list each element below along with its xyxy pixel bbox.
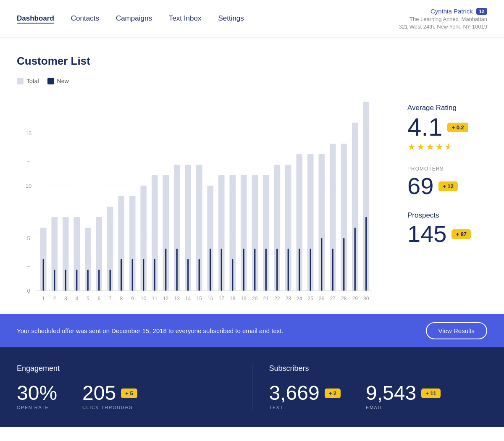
user-name: Cynthia Patrick: [430, 8, 473, 15]
svg-rect-18: [76, 270, 77, 291]
svg-text:26: 26: [319, 296, 325, 301]
svg-text:2: 2: [53, 296, 56, 301]
avg-rating-change: + 0.2: [447, 123, 468, 132]
nav-settings[interactable]: Settings: [218, 14, 244, 24]
text-value: 3,669: [269, 383, 320, 403]
subscribers-title: Subscribers: [269, 364, 488, 373]
svg-text:29: 29: [352, 296, 358, 301]
svg-rect-58: [299, 249, 300, 291]
email-label: EMAIL: [366, 405, 441, 410]
subscribers-section: Subscribers 3,669 + 2 TEXT 9,543 + 11 EM…: [252, 364, 488, 410]
click-change: + 5: [121, 388, 137, 398]
svg-rect-32: [154, 259, 155, 291]
svg-rect-52: [265, 249, 267, 291]
svg-text:0: 0: [27, 288, 30, 294]
bar-chart: 0 5 10 15 – – – 123456789101112131415161…: [17, 91, 378, 301]
svg-text:16: 16: [207, 296, 213, 301]
email-change: + 11: [421, 388, 441, 398]
svg-text:21: 21: [263, 296, 269, 301]
user-address: 321 West 24th, New York, NY 10019: [399, 24, 487, 30]
svg-text:19: 19: [241, 296, 247, 301]
chart-title: Customer List: [17, 55, 487, 68]
svg-rect-34: [165, 249, 166, 291]
email-metric: 9,543 + 11 EMAIL: [366, 383, 441, 410]
svg-text:20: 20: [252, 296, 258, 301]
svg-text:6: 6: [97, 296, 100, 301]
svg-text:12: 12: [163, 296, 169, 301]
avg-rating-label: Average Rating: [407, 104, 487, 112]
avg-rating-value: 4.1: [407, 115, 442, 140]
nav-dashboard[interactable]: Dashboard: [17, 14, 54, 24]
svg-rect-20: [87, 270, 89, 291]
svg-text:14: 14: [185, 296, 191, 301]
svg-rect-66: [343, 238, 344, 291]
subscribers-metrics: 3,669 + 2 TEXT 9,543 + 11 EMAIL: [269, 383, 488, 410]
svg-rect-38: [187, 259, 189, 291]
main-content: Customer List Total New 0 5 10 15: [0, 38, 504, 314]
click-metric: 205 + 5 CLICK-THROUGHS: [82, 383, 137, 410]
nav-user: Cynthia Patrick 12 The Learning Annex, M…: [399, 8, 487, 30]
svg-text:10: 10: [141, 296, 147, 301]
stats-panel: Average Rating 4.1 + 0.2 ★★★★★★ PROMOTER…: [395, 91, 487, 301]
svg-text:13: 13: [174, 296, 180, 301]
legend-new-box: [47, 78, 54, 84]
promoters-label: PROMOTERS: [407, 166, 487, 172]
user-org: The Learning Annex, Manhattan: [399, 16, 487, 22]
prospects-block: Prospects 145 + 87: [407, 211, 487, 246]
svg-text:7: 7: [109, 296, 112, 301]
svg-text:27: 27: [330, 296, 336, 301]
svg-rect-40: [199, 259, 200, 291]
svg-text:8: 8: [120, 296, 123, 301]
nav: Dashboard Contacts Campaigns Text Inbox …: [0, 0, 504, 38]
svg-rect-54: [276, 249, 278, 291]
chart-container: 0 5 10 15 – – – 123456789101112131415161…: [17, 91, 395, 301]
svg-rect-70: [365, 217, 367, 291]
svg-text:30: 30: [363, 296, 369, 301]
text-label: TEXT: [269, 405, 341, 410]
text-metric: 3,669 + 2 TEXT: [269, 383, 341, 410]
svg-text:–: –: [27, 263, 30, 268]
svg-rect-46: [232, 259, 233, 291]
engagement-section: Engagement 30% OPEN RATE 205 + 5 CLICK-T…: [17, 364, 252, 410]
svg-rect-50: [254, 249, 255, 291]
nav-contacts[interactable]: Contacts: [71, 14, 99, 24]
notification-banner: Your scheduled offer was sent on Decembe…: [0, 314, 504, 347]
nav-campaigns[interactable]: Campaigns: [116, 14, 152, 24]
legend-total-box: [17, 78, 24, 84]
svg-rect-64: [332, 249, 333, 291]
svg-rect-12: [43, 259, 44, 291]
email-row: 9,543 + 11: [366, 383, 441, 403]
open-rate-metric: 30% OPEN RATE: [17, 383, 57, 410]
nav-links: Dashboard Contacts Campaigns Text Inbox …: [17, 14, 244, 24]
email-value: 9,543: [366, 383, 416, 403]
svg-text:10: 10: [26, 183, 32, 189]
click-row: 205 + 5: [82, 383, 137, 403]
promoters-block: PROMOTERS 69 + 12: [407, 166, 487, 198]
legend-total-label: Total: [26, 78, 39, 84]
svg-rect-42: [210, 249, 211, 291]
svg-rect-62: [321, 238, 322, 291]
svg-rect-22: [98, 270, 100, 291]
svg-rect-48: [243, 249, 244, 291]
promoters-value: 69: [407, 174, 433, 198]
user-badge: 12: [476, 8, 487, 15]
nav-text-inbox[interactable]: Text Inbox: [169, 14, 202, 24]
engagement-title: Engagement: [17, 364, 235, 373]
stars: ★★★★★★: [407, 142, 487, 152]
svg-text:15: 15: [197, 296, 202, 301]
svg-text:15: 15: [26, 130, 32, 136]
svg-text:3: 3: [64, 296, 67, 301]
svg-text:22: 22: [274, 296, 280, 301]
legend-new: New: [47, 78, 69, 84]
prospects-change: + 87: [452, 229, 471, 239]
svg-text:18: 18: [230, 296, 236, 301]
svg-text:–: –: [27, 158, 30, 163]
svg-text:4: 4: [75, 296, 78, 301]
svg-rect-30: [143, 259, 144, 291]
avg-rating-block: Average Rating 4.1 + 0.2 ★★★★★★: [407, 104, 487, 152]
legend-total: Total: [17, 78, 39, 84]
click-value: 205: [82, 383, 116, 403]
svg-rect-14: [54, 270, 55, 291]
view-results-button[interactable]: View Results: [426, 322, 487, 339]
banner-text: Your scheduled offer was sent on Decembe…: [17, 327, 284, 334]
